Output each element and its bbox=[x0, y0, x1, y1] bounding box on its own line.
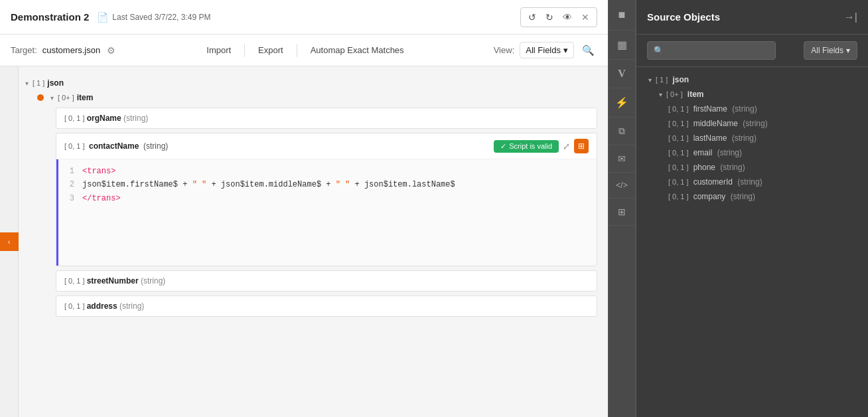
valid-label: Script is valid bbox=[509, 142, 552, 150]
right-icon-bar: ■ ▦ V ⚡ ⧉ ✉ </> ⊞ bbox=[608, 0, 636, 417]
view-label: View: bbox=[494, 45, 515, 55]
source-objects-title: Source Objects bbox=[647, 11, 720, 23]
root-expand-button[interactable]: ▾ bbox=[24, 80, 30, 87]
item-name: item bbox=[77, 93, 94, 102]
side-toggle: ‹ bbox=[0, 66, 19, 417]
field-row-orgname: [ 0, 1 ] orgName (string) bbox=[56, 108, 597, 129]
code-line-3: 3 </trans> bbox=[66, 192, 589, 205]
redo-button[interactable]: ↻ bbox=[542, 11, 557, 24]
source-objects-close-button[interactable]: →| bbox=[844, 11, 857, 23]
tree-item-middlename[interactable]: [ 0, 1 ] middleName (string) bbox=[636, 116, 868, 131]
source-objects-tree: ▾ [ 1 ] json ▾ [ 0+ ] item [ 0, 1 ] firs… bbox=[636, 67, 868, 417]
code-line-2: 2 json$item.firstName$ + " " + json$item… bbox=[66, 178, 589, 191]
search-input[interactable] bbox=[647, 41, 776, 60]
header-action-group: ↺ ↻ 👁 ✕ bbox=[520, 7, 597, 27]
main-header: Demonstration 2 📄 Last Saved 3/7/22, 3:4… bbox=[0, 0, 608, 35]
script-row-header: [ 0, 1 ] contactName (string) ✓ Script i… bbox=[56, 133, 597, 159]
tree-item-lastname[interactable]: [ 0, 1 ] lastName (string) bbox=[636, 131, 868, 145]
undo-button[interactable]: ↺ bbox=[525, 11, 540, 24]
script-type-button[interactable]: ⊞ bbox=[574, 139, 589, 153]
item-expand-button[interactable]: ▾ bbox=[49, 94, 55, 102]
item-bracket: [ 0+ ] bbox=[58, 94, 74, 102]
view-search-button[interactable]: 🔍 bbox=[579, 42, 597, 59]
app-title: Demonstration 2 bbox=[11, 11, 89, 23]
json-expand-button[interactable]: ▾ bbox=[647, 76, 653, 84]
script-editor[interactable]: 1 <trans> 2 json$item.firstName$ + " " +… bbox=[56, 159, 597, 266]
tree-item-item[interactable]: ▾ [ 0+ ] item bbox=[636, 87, 868, 102]
icon-plug-button[interactable]: ⚡ bbox=[609, 88, 635, 118]
mapping-content: ▾ [ 1 ] json ▾ [ 0+ ] item [ 0, 1 ] orgN… bbox=[19, 66, 608, 417]
tree-item-customerid[interactable]: [ 0, 1 ] customerId (string) bbox=[636, 175, 868, 189]
close-button[interactable]: ✕ bbox=[578, 11, 593, 24]
icon-mail-button[interactable]: ✉ bbox=[609, 145, 635, 173]
view-value: All Fields bbox=[526, 45, 561, 55]
icon-apps-button[interactable]: ⊞ bbox=[609, 199, 635, 226]
script-editor-inner[interactable]: 1 <trans> 2 json$item.firstName$ + " " +… bbox=[56, 159, 597, 266]
field-row-streetnumber: [ 0, 1 ] streetNumber (string) bbox=[56, 270, 597, 292]
item-expand-button[interactable]: ▾ bbox=[658, 91, 664, 98]
target-settings-button[interactable]: ⚙ bbox=[106, 44, 117, 57]
search-icon: 🔍 bbox=[654, 46, 664, 55]
toolbar-separator-1 bbox=[244, 44, 245, 57]
filter-arrow-icon: ▾ bbox=[846, 46, 850, 55]
filter-button[interactable]: All Fields ▾ bbox=[804, 41, 857, 60]
root-bracket: [ 1 ] bbox=[33, 79, 44, 87]
script-valid-badge: ✓ Script is valid bbox=[494, 140, 559, 153]
tree-item-company[interactable]: [ 0, 1 ] company (string) bbox=[636, 189, 868, 204]
tree-item-firstname[interactable]: [ 0, 1 ] firstName (string) bbox=[636, 102, 868, 116]
script-expand-button[interactable]: ⤢ bbox=[563, 141, 570, 151]
code-line-1: 1 <trans> bbox=[66, 165, 589, 178]
filter-label: All Fields bbox=[811, 46, 843, 55]
field-row-contactname: [ 0, 1 ] contactName (string) ✓ Script i… bbox=[56, 133, 597, 266]
export-button[interactable]: Export bbox=[250, 42, 291, 58]
view-dropdown-arrow: ▾ bbox=[563, 45, 568, 55]
target-label: Target: bbox=[11, 45, 37, 55]
last-saved-info: 📄 Last Saved 3/7/22, 3:49 PM bbox=[97, 12, 210, 23]
view-dropdown[interactable]: All Fields ▾ bbox=[520, 42, 574, 58]
source-objects-search-bar: 🔍 All Fields ▾ bbox=[636, 35, 868, 67]
checkmark-icon: ✓ bbox=[500, 142, 506, 151]
import-button[interactable]: Import bbox=[198, 42, 239, 58]
preview-button[interactable]: 👁 bbox=[559, 11, 575, 24]
toolbar-separator-2 bbox=[297, 44, 297, 57]
collapse-toggle-button[interactable]: ‹ bbox=[0, 232, 19, 251]
tree-item-json[interactable]: ▾ [ 1 ] json bbox=[636, 72, 868, 87]
orange-connector-dot bbox=[37, 94, 44, 101]
save-icon: 📄 bbox=[97, 12, 108, 23]
item-node: ▾ [ 0+ ] item bbox=[37, 92, 597, 104]
source-objects-header: Source Objects →| bbox=[636, 0, 868, 35]
icon-copy-button[interactable]: ⧉ bbox=[609, 118, 635, 145]
icon-square-button[interactable]: ■ bbox=[609, 0, 635, 31]
last-saved-text: Last Saved 3/7/22, 3:49 PM bbox=[112, 13, 210, 22]
root-json-node: ▾ [ 1 ] json bbox=[24, 77, 597, 89]
tree-item-email[interactable]: [ 0, 1 ] email (string) bbox=[636, 145, 868, 160]
search-wrapper: 🔍 bbox=[647, 41, 798, 60]
root-name: json bbox=[47, 78, 64, 88]
toolbar: Target: customers.json ⚙ Import Export A… bbox=[0, 35, 608, 66]
field-row-address: [ 0, 1 ] address (string) bbox=[56, 295, 597, 317]
content-wrapper: ‹ ▾ [ 1 ] json ▾ [ 0+ ] item [ 0, 1 ] or… bbox=[0, 66, 608, 417]
source-objects-panel: Source Objects →| 🔍 All Fields ▾ ▾ [ 1 ]… bbox=[636, 0, 868, 417]
tree-item-phone[interactable]: [ 0, 1 ] phone (string) bbox=[636, 160, 868, 175]
target-file: customers.json bbox=[42, 45, 100, 55]
icon-grid-button[interactable]: ▦ bbox=[609, 31, 635, 60]
icon-code-button[interactable]: </> bbox=[609, 173, 635, 199]
icon-v-button[interactable]: V bbox=[609, 60, 635, 88]
automap-button[interactable]: Automap Exact Matches bbox=[303, 42, 412, 58]
